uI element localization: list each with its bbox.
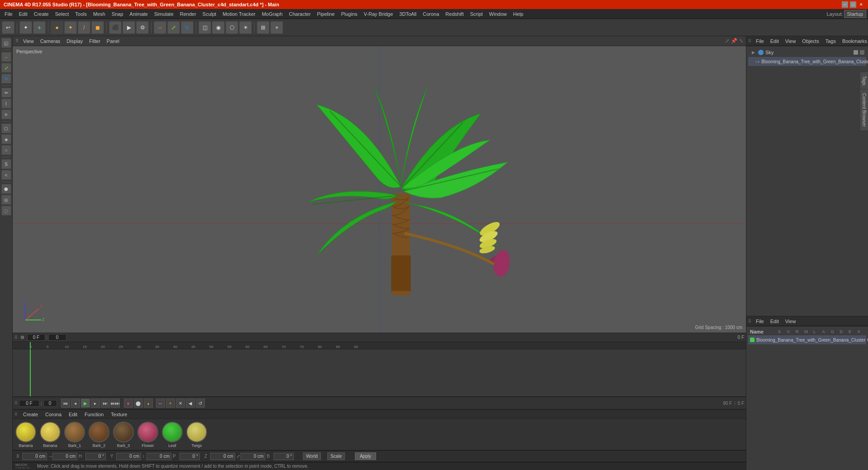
x-pos-input[interactable]	[22, 453, 47, 460]
move-tool-button[interactable]: ↔	[154, 21, 166, 34]
grid-button[interactable]: ⊞	[257, 21, 269, 34]
menu-create[interactable]: Create	[31, 10, 52, 18]
knife-button[interactable]: ⌇	[1, 99, 11, 108]
add-button[interactable]: +	[33, 21, 46, 34]
viewport-menu-filter[interactable]: Filter	[87, 38, 102, 45]
add-key-button[interactable]: +	[166, 399, 175, 408]
points-mode-button[interactable]: ✦	[64, 21, 77, 34]
viewport-nav-icon[interactable]: ⤢	[725, 38, 729, 44]
mat-leaf[interactable]: Leaf	[162, 422, 183, 448]
apply-button[interactable]: Apply	[355, 452, 376, 460]
step-forward-button[interactable]: ▸	[91, 399, 100, 408]
mat-create-button[interactable]: Create	[21, 411, 40, 418]
maximize-button[interactable]: □	[850, 1, 856, 8]
snap-button[interactable]: ⌖	[270, 21, 283, 34]
jump-to-start-button[interactable]: ⏮	[61, 399, 70, 408]
smooth-button[interactable]: ◌	[1, 206, 11, 216]
z-size-input[interactable]	[241, 453, 265, 460]
menu-corona[interactable]: Corona	[420, 10, 442, 18]
poly-mode-button[interactable]: ◼	[91, 21, 104, 34]
scene-view-button[interactable]: View	[783, 38, 798, 45]
h-rot-input[interactable]	[85, 453, 106, 460]
mat-bark1[interactable]: Bark_1	[64, 422, 85, 448]
menu-simulate[interactable]: Simulate	[151, 10, 176, 18]
undo-button[interactable]: ↩	[2, 21, 14, 34]
scene-bookmarks-button[interactable]: Bookmarks	[840, 38, 868, 45]
p-rot-input[interactable]	[179, 453, 200, 460]
key-button[interactable]: ⬥	[144, 399, 153, 408]
world-mode-button[interactable]: World	[303, 452, 321, 460]
menu-help[interactable]: Help	[510, 10, 526, 18]
menu-3dtoall[interactable]: 3DToAll	[396, 10, 419, 18]
menu-snap[interactable]: Snap	[109, 10, 126, 18]
del-key-button[interactable]: ✕	[176, 399, 185, 408]
mat-twigs[interactable]: Twigs	[186, 422, 207, 448]
timeline-ruler[interactable]: 0 5 10 15 20 25 30 35 40 45 50 55 60 65 …	[13, 342, 746, 349]
mat-function-button[interactable]: Function	[83, 411, 105, 418]
attr-file-button[interactable]: File	[754, 318, 766, 325]
loop-button[interactable]: ○	[1, 145, 11, 155]
scale-tool-button[interactable]: ⤢	[167, 21, 180, 34]
jump-to-end-button[interactable]: ⏭	[101, 399, 110, 408]
select-tool-button[interactable]: ◱	[1, 38, 11, 48]
poly-pen-button[interactable]: ✏	[1, 88, 11, 98]
z-pos-input[interactable]	[210, 453, 235, 460]
bridge-button[interactable]: ≡	[1, 109, 11, 119]
lights-button[interactable]: ☀	[239, 21, 252, 34]
move-lt-button[interactable]: ↔	[1, 52, 11, 62]
soft-select-button[interactable]: ≈	[1, 170, 11, 180]
menu-mesh[interactable]: Mesh	[90, 10, 108, 18]
menu-sculpt[interactable]: Sculpt	[200, 10, 219, 18]
scene-file-button[interactable]: File	[754, 38, 766, 45]
bevel-button[interactable]: ◈	[1, 134, 11, 144]
edges-mode-button[interactable]: /	[78, 21, 90, 34]
new-button[interactable]: ✦	[19, 21, 32, 34]
shading-button[interactable]: ◉	[212, 21, 225, 34]
scene-obj-banana-tree[interactable]: L● Blooming_Banana_Tree_with_Green_Banan…	[748, 57, 866, 66]
close-button[interactable]: ✕	[858, 1, 864, 8]
render-region-button[interactable]: ⬛	[109, 21, 122, 34]
mat-banana-2[interactable]: Banana	[40, 422, 61, 448]
scene-obj-sky[interactable]: ▶ Sky	[748, 48, 866, 57]
timeline-track[interactable]	[13, 349, 746, 397]
scale-lt-button[interactable]: ⤢	[1, 63, 11, 73]
viewport-expand-icon[interactable]: ⤡	[739, 38, 743, 44]
menu-edit[interactable]: Edit	[16, 10, 30, 18]
y-size-input[interactable]	[146, 453, 171, 460]
minimize-button[interactable]: −	[842, 1, 848, 8]
sculpt-lt-button[interactable]: ◎	[1, 195, 11, 205]
viewport-menu-panel[interactable]: Panel	[105, 38, 121, 45]
auto-key-button[interactable]: ⬤	[134, 399, 143, 408]
viewport-menu-view[interactable]: View	[21, 38, 36, 45]
attr-view-button[interactable]: View	[783, 318, 798, 325]
layout-value[interactable]: Startup	[844, 10, 866, 18]
scene-tags-button[interactable]: Tags	[824, 38, 838, 45]
viewport-menu-cameras[interactable]: Cameras	[38, 38, 62, 45]
rotate-lt-button[interactable]: ↻	[1, 74, 11, 84]
b-rot-input[interactable]	[274, 453, 294, 460]
object-mode-button[interactable]: ●	[51, 21, 63, 34]
timeline-options[interactable]: ⚙	[19, 334, 26, 341]
sky-visibility-dot[interactable]	[854, 50, 858, 55]
extrude-button[interactable]: ⬡	[1, 123, 11, 133]
rotate-tool-button[interactable]: ↻	[181, 21, 193, 34]
wireframe-button[interactable]: ◫	[198, 21, 211, 34]
mat-texture-button[interactable]: Texture	[109, 411, 129, 418]
mat-bark3[interactable]: Bark_3	[113, 422, 134, 448]
y-pos-input[interactable]	[116, 453, 141, 460]
menu-window[interactable]: Window	[486, 10, 509, 18]
menu-animate[interactable]: Animate	[127, 10, 151, 18]
frame-input-left[interactable]	[19, 400, 39, 407]
attr-banana-obj-row[interactable]: Blooming_Banana_Tree_with_Green_Banana_C…	[748, 335, 866, 344]
viewport-pin-icon[interactable]: 📌	[731, 38, 737, 44]
menu-select[interactable]: Select	[52, 10, 72, 18]
paint-button[interactable]: ⬟	[1, 184, 11, 194]
mat-flower[interactable]: Flower	[137, 422, 158, 448]
loop-button[interactable]: ↺	[196, 399, 205, 408]
x-size-input[interactable]	[52, 453, 77, 460]
menu-character[interactable]: Character	[286, 10, 313, 18]
jump-last-button[interactable]: ⏭⏭	[111, 399, 120, 408]
move-keys-button[interactable]: ↔	[156, 399, 165, 408]
viewport-menu-display[interactable]: Display	[65, 38, 85, 45]
menu-plugins[interactable]: Plugins	[338, 10, 360, 18]
